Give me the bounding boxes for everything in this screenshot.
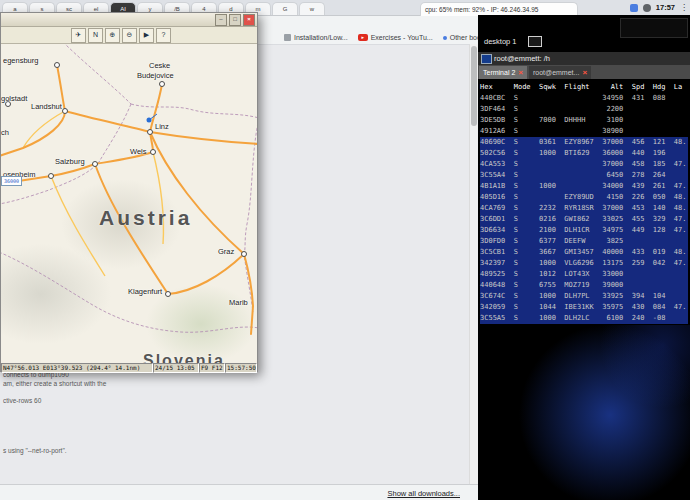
status-segment: F9 F12	[199, 363, 225, 373]
aircraft-row: 3D0FD0 S 6377 DEEFW 3825	[480, 236, 688, 247]
map-statusbar: N47°56.013 E013°39.523 (294.4° 14.1nm)24…	[1, 363, 257, 373]
bookmarks-bar: Installation/Low... ▸ Exercises - YouTu.…	[284, 34, 503, 41]
aircraft-row: 502C56 S 1000 BTI629 36000 440 196	[480, 148, 688, 159]
city-dot	[48, 173, 54, 179]
aircraft-row: 4912A6 S 38900	[480, 126, 688, 137]
map-canvas[interactable]: AustriaSloveniaegensburgCeskeBudejoviceg…	[1, 44, 257, 363]
desktop-area: desktop 1 root@emmett: /h Terminal 2 × r…	[478, 15, 690, 500]
city-dot	[159, 81, 165, 87]
bookmark-item[interactable]: ▸ Exercises - YouTu...	[358, 34, 433, 41]
aircraft-row: 342059 S 1044 IBE31KK 35975 430 084 47.	[480, 302, 688, 313]
aircraft-table: Hex Mode Sqwk Flight Alt Spd Hdg La440CB…	[478, 79, 690, 324]
aircraft-row: 4CA553 S 37000 458 185 47.	[480, 159, 688, 170]
map-tool-icon[interactable]: N	[88, 28, 103, 43]
post-text-fragment: ctive-rows 60	[3, 397, 41, 404]
youtube-icon: ▸	[358, 34, 368, 41]
map-tool-icon[interactable]: ⊖	[122, 28, 137, 43]
city-dot	[54, 62, 60, 68]
map-label-layer: AustriaSloveniaegensburgCeskeBudejoviceg…	[1, 44, 257, 363]
country-label: Austria	[99, 206, 192, 230]
scrollbar-thumb[interactable]	[471, 46, 477, 126]
aircraft-row: 440CBC S 34950 431 088	[480, 93, 688, 104]
aircraft-row: 3C674C S 1000 DLH7PL 33925 394 104	[480, 291, 688, 302]
terminal-title: root@emmett: /h	[494, 54, 550, 63]
aircraft-row: 3C55A4 S 6450 278 264	[480, 170, 688, 181]
extension-icon[interactable]	[630, 4, 638, 12]
menu-icon[interactable]: ⋮	[680, 3, 688, 12]
aircraft-row: 3C6DD1 S 0216 GWI862 33025 455 329 47.	[480, 214, 688, 225]
aircraft-row: 40690C S 0361 EZY8967 37000 456 121 48.	[480, 137, 688, 148]
aircraft-row: 3DF464 S 2200	[480, 104, 688, 115]
city-label: golstadt	[1, 94, 27, 103]
city-dot	[147, 129, 153, 135]
window-icon	[528, 36, 542, 47]
city-label: Salzburg	[55, 157, 85, 166]
browser-tab[interactable]: G	[272, 2, 298, 15]
status-segment: N47°56.013 E013°39.523 (294.4° 14.1nm)	[1, 363, 153, 373]
city-label: Ceske	[149, 61, 170, 70]
terminal-tab-active[interactable]: Terminal 2 ×	[479, 66, 527, 79]
aircraft-row: 342397 S 1000 VLG6296 13175 259 042 47.	[480, 258, 688, 269]
city-dot	[92, 161, 98, 167]
close-icon[interactable]: ×	[518, 69, 523, 77]
bookmark-label: Exercises - YouTu...	[371, 34, 433, 41]
city-label: Linz	[155, 122, 169, 131]
map-tool-icon[interactable]: ✈	[71, 28, 86, 43]
city-label: ch	[1, 128, 9, 137]
post-text-fragment: am, either create a shortcut with the	[3, 380, 106, 387]
close-icon[interactable]: ×	[243, 14, 255, 26]
city-dot	[62, 108, 68, 114]
map-window: – □ × ✈N⊕⊖▶?	[0, 12, 258, 372]
aircraft-row: 3C5CB1 S 3667 GMI3457 40000 433 019 48.	[480, 247, 688, 258]
city-dot	[241, 251, 247, 257]
country-label: Slovenia	[143, 352, 225, 363]
aircraft-row: 440648 S 6755 MOZ719 39000	[480, 280, 688, 291]
terminal-titlebar[interactable]: root@emmett: /h	[478, 52, 690, 65]
city-dot	[165, 291, 171, 297]
clock: 17:57	[656, 3, 675, 12]
terminal-tab-bar: Terminal 2 × root@emmet... ×	[478, 65, 690, 79]
active-tab-title: cpu: 65% mem: 92% - IP: 46.246.34.95	[425, 6, 538, 13]
city-label: Landshut	[31, 102, 62, 111]
dot-icon	[443, 36, 447, 40]
downloads-bar: Show all downloads...	[0, 484, 478, 500]
topbar-right-cluster: 17:57 ⋮	[630, 0, 688, 15]
city-label: egensburg	[3, 56, 38, 65]
show-all-downloads-link[interactable]: Show all downloads...	[387, 489, 460, 498]
aircraft-row: 4B1A1B S 1000 34000 439 261 47.	[480, 181, 688, 192]
active-tab[interactable]: cpu: 65% mem: 92% - IP: 46.246.34.95	[420, 2, 578, 16]
map-tool-icon[interactable]: ▶	[139, 28, 154, 43]
bookmark-item[interactable]: Installation/Low...	[284, 34, 348, 41]
bookmark-label: Installation/Low...	[294, 34, 348, 41]
city-label: Klagenfurt	[128, 287, 162, 296]
status-segment: 15:57:50UTC	[225, 363, 257, 373]
aircraft-row: 4CA769 S 2232 RYR18SR 37000 453 140 48.	[480, 203, 688, 214]
table-header: Hex Mode Sqwk Flight Alt Spd Hdg La	[480, 82, 688, 93]
terminal-icon	[481, 54, 492, 64]
page-favicon-icon	[284, 34, 291, 41]
terminal-tab[interactable]: root@emmet... ×	[529, 66, 591, 79]
aircraft-tag: 36000	[1, 176, 22, 186]
minimize-icon[interactable]: –	[215, 14, 227, 26]
post-text-fragment: s using "--net-ro-port".	[3, 447, 67, 454]
aircraft-row: 405D16 S EZY89UD 4150 226 050 48.	[480, 192, 688, 203]
status-segment: 24/15 13:05	[153, 363, 199, 373]
aircraft-row: 3D6634 S 2100 DLH1CR 34975 449 128 47.	[480, 225, 688, 236]
aircraft-row: 3DE5DB S 7000 DHHHH 3100	[480, 115, 688, 126]
map-window-titlebar[interactable]: – □ ×	[1, 13, 257, 27]
city-dot	[150, 149, 156, 155]
close-icon[interactable]: ×	[582, 69, 587, 77]
workspace-label: desktop 1	[484, 37, 517, 46]
browser-tab[interactable]: w	[299, 2, 325, 15]
terminal-window[interactable]: root@emmett: /h Terminal 2 × root@emmet.…	[478, 52, 690, 325]
map-tool-icon[interactable]: ⊕	[105, 28, 120, 43]
maximize-icon[interactable]: □	[229, 14, 241, 26]
panel-box	[620, 18, 688, 38]
city-label: Marib	[229, 298, 248, 307]
profile-icon[interactable]	[643, 4, 651, 12]
map-toolbar: ✈N⊕⊖▶?	[1, 27, 257, 44]
aircraft-row: 3C55A5 S 1000 DLH2LC 6100 240 -08	[480, 313, 688, 324]
city-label: Budejovice	[137, 71, 174, 80]
map-tool-icon[interactable]: ?	[156, 28, 171, 43]
screen: asscelAIy/B4dmGw cpu: 65% mem: 92% - IP:…	[0, 0, 690, 500]
